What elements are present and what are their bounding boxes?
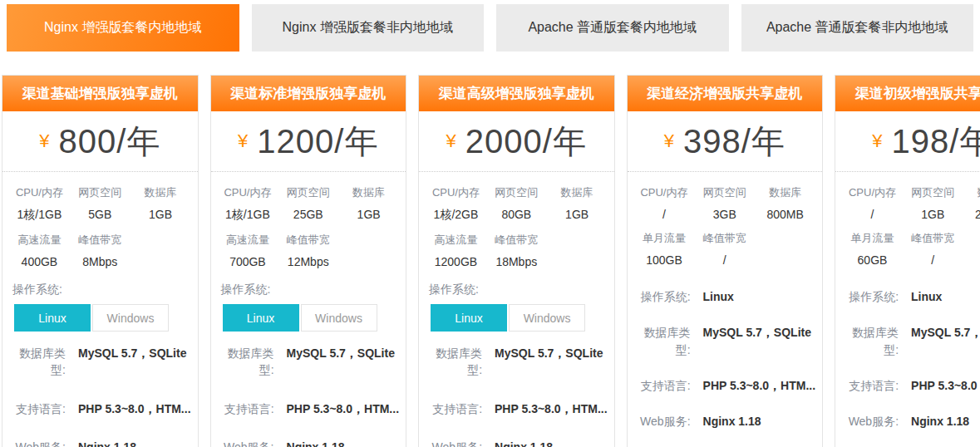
card-title: 渠道初级增强版共享虚机 [835, 76, 980, 111]
detail-label: 支持语言: [11, 400, 66, 417]
spec-label: 峰值带宽 [70, 233, 131, 248]
detail-value: Nginx 1.18 [911, 413, 969, 430]
detail-value: Linux [703, 288, 734, 305]
spec-label: 峰值带宽 [486, 233, 547, 248]
detail-label: Web服务: [219, 439, 274, 447]
detail-value: Nginx 1.18 [495, 439, 553, 447]
spec-value: 80GB [486, 208, 547, 221]
detail-label: 数据库类型: [844, 324, 899, 358]
pricing-card-basic: 渠道基础增强版独享虚机 ¥ 800/年 CPU/内存1核/1GB 网页空间5GB… [2, 75, 199, 447]
spec-value: 800MB [755, 208, 815, 221]
detail-label: 支持语言: [219, 400, 274, 417]
spec-label: CPU/内存 [9, 185, 70, 200]
tab-nginx-enhanced-mainland[interactable]: Nginx 增强版套餐内地地域 [7, 4, 239, 52]
os-label: 操作系统: [221, 282, 406, 297]
os-linux-button[interactable]: Linux [14, 304, 91, 332]
spec-grid: CPU/内存/ 网页空间1GB 数据库200MB 单月流量60GB 峰值带宽/ [835, 172, 980, 270]
os-toggle: Linux Windows [223, 304, 406, 332]
price: ¥ 198/年 [835, 111, 980, 171]
detail-label: 支持语言: [844, 377, 899, 394]
detail-label: Web服务: [844, 413, 899, 430]
pricing-card-economy: 渠道经济增强版共享虚机 ¥ 398/年 CPU/内存/ 网页空间3GB 数据库8… [627, 75, 824, 447]
detail-label: Web服务: [636, 413, 691, 430]
tab-apache-normal-nonmainland[interactable]: Apache 普通版套餐非内地地域 [741, 4, 974, 52]
detail-value: Nginx 1.18 [703, 413, 761, 430]
os-windows-button[interactable]: Windows [509, 304, 585, 332]
price-amount: 398/年 [683, 119, 785, 165]
os-linux-button[interactable]: Linux [223, 304, 299, 332]
tab-nginx-enhanced-nonmainland[interactable]: Nginx 增强版套餐非内地地域 [252, 4, 485, 52]
spec-value: 5GB [70, 208, 131, 221]
price: ¥ 1200/年 [211, 111, 406, 171]
price-amount: 800/年 [58, 119, 160, 165]
spec-value: 12Mbps [278, 255, 338, 268]
spec-label: 峰值带宽 [694, 231, 755, 246]
price-amount: 198/年 [892, 119, 980, 165]
currency-symbol: ¥ [446, 130, 456, 152]
card-title: 渠道高级增强版独享虚机 [419, 76, 614, 111]
spec-value: 60GB [842, 253, 903, 267]
detail-value: PHP 5.3~8.0，HTM... [495, 400, 608, 417]
spec-value: 700GB [218, 255, 278, 268]
detail-label: 支持语言: [427, 400, 482, 417]
spec-label: 峰值带宽 [278, 233, 338, 248]
os-toggle: Linux Windows [431, 304, 614, 332]
detail-label: 操作系统: [844, 288, 899, 305]
detail-label: 操作系统: [636, 288, 691, 305]
spec-label: 数据库 [963, 185, 980, 200]
price: ¥ 800/年 [2, 111, 198, 171]
spec-label: 数据库 [338, 185, 399, 200]
spec-label: 网页空间 [903, 185, 963, 200]
detail-label: 数据库类型: [636, 324, 691, 358]
detail-label: Web服务: [427, 439, 482, 447]
spec-label: CPU/内存 [634, 185, 695, 200]
detail-value: MySQL 5.7，SQLite [911, 324, 980, 341]
spec-value: / [694, 253, 755, 267]
card-title: 渠道基础增强版独享虚机 [2, 76, 198, 111]
spec-label: 峰值带宽 [903, 231, 963, 246]
spec-label: 单月流量 [634, 231, 695, 246]
detail-value: MySQL 5.7，SQLite [703, 324, 811, 341]
spec-value: 1200GB [426, 255, 486, 268]
detail-value: PHP 5.3~8.0，HTM... [78, 400, 191, 417]
detail-list: 操作系统:Linux 数据库类型:MySQL 5.7，SQLite 支持语言:P… [835, 270, 980, 447]
os-toggle: Linux Windows [14, 304, 198, 332]
os-label: 操作系统: [429, 282, 614, 297]
spec-grid: CPU/内存1核/2GB 网页空间80GB 数据库1GB 高速流量1200GB … [419, 172, 614, 272]
spec-value: 8Mbps [70, 255, 131, 268]
spec-label: 网页空间 [694, 185, 755, 200]
currency-symbol: ¥ [238, 130, 248, 152]
os-windows-button[interactable]: Windows [92, 304, 169, 332]
price-amount: 2000/年 [465, 119, 587, 165]
os-windows-button[interactable]: Windows [301, 304, 377, 332]
spec-label: 单月流量 [842, 231, 903, 246]
spec-label: 网页空间 [486, 185, 547, 200]
detail-value: MySQL 5.7，SQLite [495, 345, 603, 361]
spec-value: / [634, 208, 695, 221]
tab-apache-normal-mainland[interactable]: Apache 普通版套餐内地地域 [496, 4, 729, 52]
spec-label: 数据库 [755, 185, 815, 200]
detail-label: Web服务: [11, 439, 66, 447]
detail-label: 数据库类型: [427, 345, 482, 379]
os-linux-button[interactable]: Linux [431, 304, 507, 332]
detail-value: MySQL 5.7，SQLite [78, 345, 186, 361]
detail-value: PHP 5.3~8.0，HTM... [703, 377, 816, 394]
spec-value: 1GB [903, 208, 963, 221]
price-amount: 1200/年 [257, 119, 378, 165]
spec-value: 1GB [131, 208, 191, 221]
plan-tabs: Nginx 增强版套餐内地地域 Nginx 增强版套餐非内地地域 Apache … [0, 0, 980, 52]
spec-value: 1GB [338, 208, 399, 221]
currency-symbol: ¥ [39, 130, 49, 152]
spec-value: 200MB [963, 208, 980, 221]
spec-label: 网页空间 [278, 185, 338, 200]
detail-value: Linux [911, 288, 942, 305]
os-label: 操作系统: [12, 282, 198, 297]
spec-value: 1核/1GB [218, 208, 278, 223]
spec-value: 25GB [278, 208, 338, 221]
detail-value: PHP 5.3~8.0，HTM... [911, 377, 980, 394]
spec-value: / [903, 253, 963, 267]
detail-value: PHP 5.3~8.0，HTM... [287, 400, 400, 417]
detail-list: 操作系统:Linux 数据库类型:MySQL 5.7，SQLite 支持语言:P… [628, 270, 823, 447]
currency-symbol: ¥ [872, 130, 882, 152]
spec-value: 100GB [634, 253, 695, 267]
